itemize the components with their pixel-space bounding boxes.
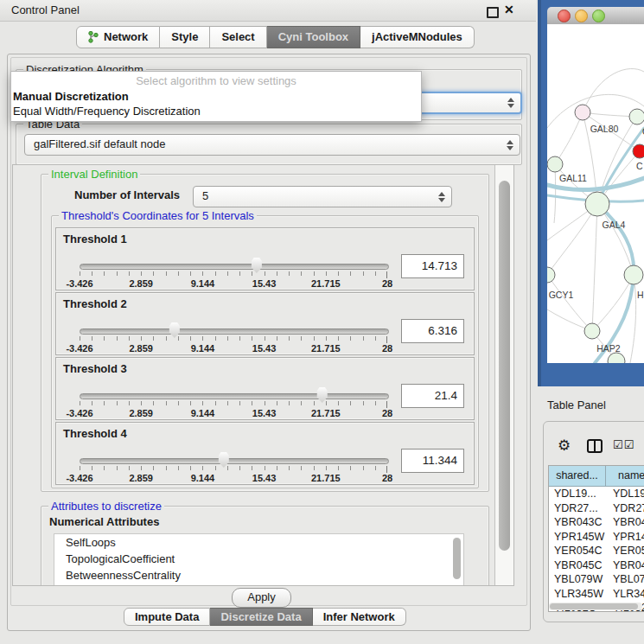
app-root: Control Panel ✕ Network Style Select xyxy=(0,0,644,644)
spinner-icon xyxy=(438,191,445,203)
list-scrollbar-thumb[interactable] xyxy=(453,538,461,579)
float-window-icon[interactable] xyxy=(487,7,499,18)
table-data-combobox[interactable]: galFiltered.sif default node xyxy=(24,134,520,156)
tab-select[interactable]: Select xyxy=(210,26,266,48)
node-hap2[interactable] xyxy=(584,323,600,339)
node-bottom-partial[interactable] xyxy=(608,353,625,363)
slider-scale: -3.426 2.859 9.144 15.43 21.715 28 xyxy=(80,343,387,354)
tab-style[interactable]: Style xyxy=(160,26,210,48)
table-row[interactable]: YBR045C YBR045C xyxy=(549,558,644,573)
gear-icon[interactable]: ⚙ xyxy=(558,437,571,455)
select-columns-icon[interactable]: ☑☑ xyxy=(613,438,634,451)
bottom-tab-bar: Impute Data Discretize Data Infer Networ… xyxy=(124,608,406,626)
threshold-1-value-field[interactable]: 14.713 xyxy=(401,254,464,278)
tab-label-jactivemnodules: jActiveMNodules xyxy=(372,29,462,45)
cell-name[interactable]: YDR27... xyxy=(610,501,644,516)
apply-button[interactable]: Apply xyxy=(232,588,291,608)
scale-tick-label: -3.426 xyxy=(66,473,92,483)
popup-prompt[interactable]: Select algorithm to view settings xyxy=(11,72,421,89)
slider-scale: -3.426 2.859 9.144 15.43 21.715 28 xyxy=(80,408,387,418)
spinner-icon xyxy=(507,97,514,109)
close-traffic-light-icon[interactable] xyxy=(558,10,571,22)
scale-tick-label: -3.426 xyxy=(66,278,92,289)
cell-shared-name[interactable]: YER054C xyxy=(549,544,610,558)
scale-tick-label: 15.43 xyxy=(252,278,277,289)
tab-infer-network[interactable]: Infer Network xyxy=(313,608,406,626)
cell-shared-name[interactable]: YDR27... xyxy=(549,501,610,516)
threshold-2-value-field[interactable]: 6.316 xyxy=(401,319,464,343)
list-item-selfloops[interactable]: SelfLoops xyxy=(54,534,463,551)
control-panel-titlebar: Control Panel ✕ xyxy=(0,0,536,22)
node-gcy1[interactable] xyxy=(547,267,555,283)
tab-label-network: Network xyxy=(104,29,148,45)
panel-title: Control Panel xyxy=(11,3,80,16)
network-canvas[interactable]: GAL80 GA GAL11 C GAL4 GCY1 H HAP2 xyxy=(547,24,644,363)
table-horizontal-scrollbar-thumb[interactable] xyxy=(550,603,638,609)
table-row[interactable]: YDR27... YDR27... xyxy=(549,501,644,516)
slider-track[interactable] xyxy=(80,458,389,464)
cell-shared-name[interactable]: YBR045C xyxy=(549,558,610,573)
threshold-4-panel: Threshold 4 -3.426 2.859 9.144 15.43 21.… xyxy=(55,422,475,485)
threshold-1-slider: -3.426 2.859 9.144 15.43 21.715 28 xyxy=(80,256,387,287)
table-row[interactable]: YBL079W YBL079W xyxy=(549,572,644,587)
tab-discretize-data[interactable]: Discretize Data xyxy=(210,608,312,626)
slider-track[interactable] xyxy=(80,328,389,335)
threshold-4-value-field[interactable]: 11.344 xyxy=(401,449,464,473)
settings-scrollbar[interactable] xyxy=(494,165,514,585)
node-red-selected[interactable] xyxy=(633,144,644,158)
table-row[interactable]: YER054C YER054C xyxy=(549,544,644,558)
popup-item-manual-discretization[interactable]: Manual Discretization xyxy=(11,89,421,104)
node-gal80[interactable] xyxy=(575,105,590,120)
cell-shared-name[interactable]: YBR043C xyxy=(549,515,610,530)
slider-track[interactable] xyxy=(80,264,389,270)
cell-shared-name[interactable]: YDL19... xyxy=(549,487,610,501)
cell-name[interactable]: YDL19... xyxy=(610,487,644,501)
tab-impute-data[interactable]: Impute Data xyxy=(124,608,210,626)
cell-shared-name[interactable]: YPR145W xyxy=(549,530,610,545)
threshold-3-slider: -3.426 2.859 9.144 15.43 21.715 28 xyxy=(80,386,387,417)
node-h[interactable] xyxy=(624,265,643,284)
zoom-traffic-light-icon[interactable] xyxy=(592,10,605,22)
network-window-titlebar[interactable] xyxy=(547,7,644,25)
number-of-intervals-combobox[interactable]: 5 xyxy=(193,186,452,207)
cell-name[interactable]: YPR145W xyxy=(610,530,644,545)
table-horizontal-scrollbar[interactable] xyxy=(549,603,642,610)
node-top-right[interactable] xyxy=(629,109,644,124)
table-row[interactable]: YPR145W YPR145W xyxy=(549,530,644,545)
popup-item-equal-width-frequency[interactable]: Equal Width/Frequency Discretization xyxy=(11,104,421,118)
threshold-3-value-field[interactable]: 21.4 xyxy=(401,384,464,408)
cell-shared-name[interactable]: YLR345W xyxy=(549,587,610,602)
table-header-row: shared... name xyxy=(549,466,644,487)
slider-scale: -3.426 2.859 9.144 15.43 21.715 28 xyxy=(80,278,387,289)
list-item-topologicalcoefficient[interactable]: TopologicalCoefficient xyxy=(54,551,463,567)
minimize-traffic-light-icon[interactable] xyxy=(575,10,588,22)
threshold-2-panel: Threshold 2 -3.426 2.859 9.144 15.43 21.… xyxy=(55,292,475,355)
list-item-betweennesscentrality[interactable]: BetweennessCentrality xyxy=(54,567,463,583)
cell-shared-name[interactable]: YBL079W xyxy=(549,572,610,587)
node-gal4[interactable] xyxy=(585,192,609,216)
tab-cyni-toolbox[interactable]: Cyni Toolbox xyxy=(267,26,360,48)
close-icon[interactable]: ✕ xyxy=(504,3,514,16)
network-nodes[interactable] xyxy=(547,105,644,363)
split-columns-icon[interactable] xyxy=(587,439,603,453)
scale-tick-label: 28 xyxy=(382,343,392,354)
node-gal11[interactable] xyxy=(547,156,563,172)
column-header-shared-name[interactable]: shared... xyxy=(549,466,606,486)
tab-network[interactable]: Network xyxy=(76,26,160,48)
scale-tick-label: 2.859 xyxy=(129,473,153,483)
table-row[interactable]: YLR345W YLR345W xyxy=(549,587,644,602)
table-row[interactable]: YDL19... YDL19... xyxy=(549,487,644,501)
cell-name[interactable]: YBL079W xyxy=(610,572,644,587)
tab-label-select: Select xyxy=(221,29,254,45)
cell-name[interactable]: YBR045C xyxy=(610,558,644,573)
cell-name[interactable]: YER054C xyxy=(610,544,644,558)
network-graph: GAL80 GA GAL11 C GAL4 GCY1 H HAP2 xyxy=(547,24,644,363)
scale-tick-label: 9.144 xyxy=(191,278,215,289)
table-row[interactable]: YBR043C YBR043C xyxy=(549,515,644,530)
slider-track[interactable] xyxy=(80,393,389,399)
tab-jactivemnodules[interactable]: jActiveMNodules xyxy=(360,26,475,48)
settings-scrollbar-thumb[interactable] xyxy=(499,181,510,551)
cell-name[interactable]: YLR345W xyxy=(610,587,644,602)
cell-name[interactable]: YBR043C xyxy=(610,515,644,530)
column-header-name[interactable]: name xyxy=(606,466,644,486)
